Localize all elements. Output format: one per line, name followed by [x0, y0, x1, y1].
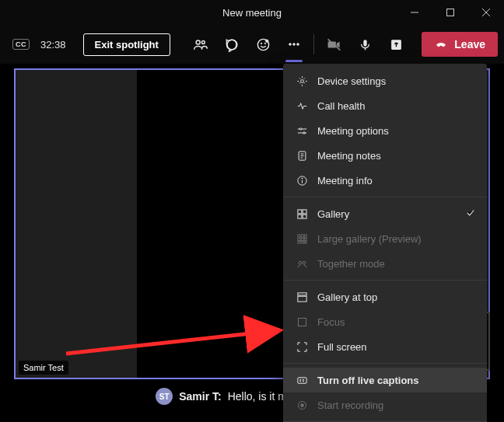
camera-off-icon[interactable] [319, 31, 348, 58]
call-timer: 32:38 [40, 39, 66, 51]
people-icon[interactable] [186, 31, 215, 58]
menu-start-recording: Start recording [283, 392, 487, 417]
menu-call-health[interactable]: Call health [283, 93, 487, 118]
leave-label: Leave [454, 38, 485, 51]
record-icon [296, 399, 308, 411]
menu-focus: Focus [283, 309, 487, 334]
svg-rect-30 [303, 209, 306, 213]
sliders-icon [296, 124, 308, 137]
meeting-toolbar: CC 32:38 Exit spotlight Leave [0, 25, 504, 64]
svg-point-7 [257, 39, 268, 50]
svg-point-4 [196, 40, 200, 44]
svg-point-28 [302, 178, 303, 179]
pulse-icon [296, 99, 308, 112]
menu-meeting-options[interactable]: Meeting options [283, 118, 487, 143]
svg-rect-29 [297, 209, 301, 213]
svg-point-8 [261, 43, 262, 44]
maximize-button[interactable] [432, 0, 468, 25]
window-controls [397, 0, 504, 25]
notes-icon [296, 149, 308, 162]
svg-point-49 [300, 403, 303, 406]
reactions-icon[interactable] [248, 31, 278, 58]
gear-icon [296, 75, 308, 87]
more-actions-menu: Device settings Call health Meeting opti… [283, 64, 487, 422]
menu-meeting-notes[interactable]: Meeting notes [283, 143, 487, 168]
gallery-icon [296, 208, 308, 220]
svg-rect-39 [297, 241, 299, 243]
svg-rect-46 [298, 318, 306, 326]
exit-spotlight-button[interactable]: Exit spotlight [83, 33, 170, 56]
hangup-icon [434, 37, 448, 51]
leave-button[interactable]: Leave [422, 32, 498, 57]
more-actions-button[interactable] [279, 31, 309, 58]
menu-large-gallery: Large gallery (Preview) [283, 226, 487, 251]
focus-icon [296, 316, 308, 328]
check-icon [465, 208, 476, 221]
svg-rect-47 [297, 377, 306, 383]
svg-point-5 [202, 41, 205, 44]
titlebar: New meeting [0, 0, 504, 25]
svg-rect-44 [297, 292, 306, 295]
svg-point-6 [227, 40, 237, 50]
svg-point-21 [303, 131, 305, 134]
svg-point-43 [303, 261, 306, 264]
window-title: New meeting [222, 7, 282, 19]
caption-speaker-name: Samir T: [179, 390, 221, 403]
together-icon [296, 257, 308, 270]
svg-rect-45 [297, 296, 306, 302]
menu-gallery[interactable]: Gallery [283, 201, 487, 226]
menu-turn-off-captions[interactable]: Turn off live captions [283, 368, 487, 392]
svg-rect-34 [301, 234, 303, 236]
large-gallery-icon [296, 232, 308, 245]
close-button[interactable] [468, 0, 504, 25]
svg-rect-14 [363, 40, 366, 47]
svg-point-12 [297, 44, 299, 46]
fullscreen-icon [296, 340, 308, 353]
svg-point-17 [300, 79, 303, 82]
svg-point-42 [299, 261, 302, 264]
captions-icon [296, 374, 308, 386]
svg-point-11 [293, 44, 296, 46]
svg-point-10 [289, 44, 292, 46]
svg-point-20 [299, 127, 302, 130]
svg-rect-38 [304, 238, 306, 240]
menu-meeting-info[interactable]: Meeting info [283, 168, 487, 193]
menu-device-settings[interactable]: Device settings [283, 68, 487, 93]
info-icon [296, 174, 308, 187]
captions-indicator-icon[interactable]: CC [12, 39, 30, 50]
svg-rect-40 [301, 241, 303, 243]
menu-together-mode: Together mode [283, 251, 487, 276]
chat-icon[interactable] [217, 31, 247, 58]
svg-rect-33 [297, 234, 299, 236]
gallery-top-icon [296, 291, 308, 303]
svg-rect-41 [304, 241, 306, 243]
svg-rect-37 [301, 238, 303, 240]
svg-rect-36 [297, 238, 299, 240]
mic-icon[interactable] [350, 31, 380, 58]
caption-avatar: ST [156, 388, 173, 405]
svg-rect-32 [303, 214, 306, 218]
menu-full-screen[interactable]: Full screen [283, 334, 487, 359]
share-icon[interactable] [381, 31, 411, 58]
svg-rect-1 [447, 9, 454, 16]
svg-rect-31 [297, 214, 301, 218]
menu-gallery-at-top[interactable]: Gallery at top [283, 284, 487, 309]
svg-rect-35 [304, 234, 306, 236]
svg-point-9 [264, 43, 265, 44]
participant-name-tag: Samir Test [19, 361, 68, 375]
minimize-button[interactable] [397, 0, 432, 25]
